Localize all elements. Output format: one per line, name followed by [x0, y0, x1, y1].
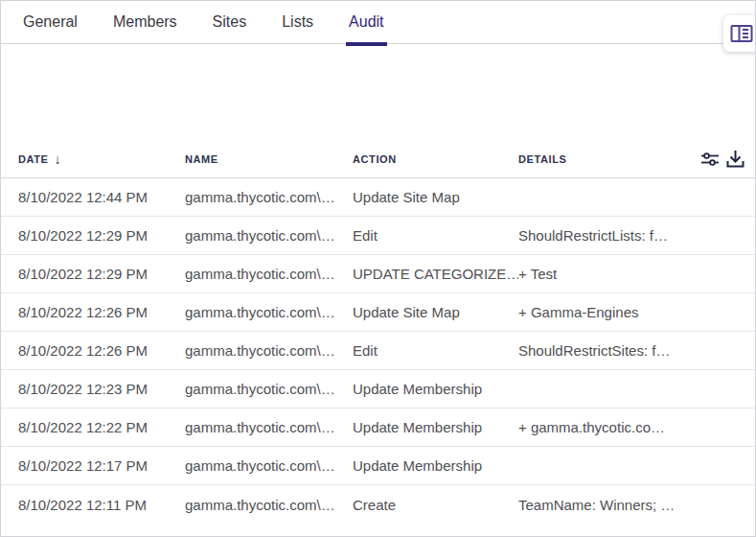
audit-panel: General Members Sites Lists Audit DATE ↓…	[0, 0, 756, 537]
sort-desc-icon[interactable]: ↓	[55, 152, 62, 167]
column-header-date[interactable]: DATE ↓	[18, 152, 185, 167]
table-toolbar	[700, 149, 745, 170]
cell-details: ShouldRestrictLists: f…	[518, 227, 700, 244]
column-header-date-label: DATE	[18, 153, 49, 165]
cell-date: 8/10/2022 12:26 PM	[18, 304, 185, 320]
cell-name: gamma.thycotic.com\…	[185, 419, 353, 435]
tab-members[interactable]: Members	[113, 1, 177, 44]
cell-date: 8/10/2022 12:22 PM	[18, 419, 185, 435]
cell-date: 8/10/2022 12:23 PM	[18, 381, 185, 397]
cell-action: Edit	[353, 342, 518, 359]
cell-action: UPDATE CATEGORIZE…	[353, 266, 518, 282]
cell-details: + Test	[518, 266, 700, 282]
cell-date: 8/10/2022 12:29 PM	[18, 266, 185, 282]
tab-sites[interactable]: Sites	[213, 1, 247, 44]
side-panel-toggle-button[interactable]	[723, 15, 756, 52]
cell-details: ShouldRestrictSites: f…	[518, 342, 700, 359]
tab-bar: General Members Sites Lists Audit	[1, 1, 755, 44]
cell-action: Create	[353, 497, 518, 513]
download-button[interactable]	[725, 149, 745, 170]
table-row: 8/10/2022 12:29 PM gamma.thycotic.com\… …	[1, 217, 755, 255]
table-row: 8/10/2022 12:44 PM gamma.thycotic.com\… …	[1, 178, 755, 217]
cell-date: 8/10/2022 12:17 PM	[18, 457, 185, 474]
filter-button[interactable]	[700, 150, 720, 169]
cell-name: gamma.thycotic.com\…	[185, 497, 353, 513]
cell-date: 8/10/2022 12:26 PM	[18, 342, 185, 359]
cell-date: 8/10/2022 12:44 PM	[18, 189, 185, 205]
table-row: 8/10/2022 12:29 PM gamma.thycotic.com\… …	[1, 255, 755, 293]
cell-name: gamma.thycotic.com\…	[185, 304, 353, 320]
cell-action: Update Membership	[353, 457, 518, 474]
cell-date: 8/10/2022 12:11 PM	[18, 497, 185, 513]
table-header-row: DATE ↓ NAME ACTION DETAILS	[1, 140, 755, 178]
cell-name: gamma.thycotic.com\…	[185, 227, 353, 244]
table-row: 8/10/2022 12:23 PM gamma.thycotic.com\… …	[1, 370, 755, 409]
cell-action: Update Membership	[353, 419, 518, 435]
tab-lists[interactable]: Lists	[282, 1, 313, 44]
column-header-name[interactable]: NAME	[185, 153, 353, 165]
cell-date: 8/10/2022 12:29 PM	[18, 227, 185, 244]
cell-name: gamma.thycotic.com\…	[185, 189, 353, 205]
column-header-action-label: ACTION	[353, 153, 397, 165]
cell-name: gamma.thycotic.com\…	[185, 381, 353, 397]
column-header-action[interactable]: ACTION	[353, 153, 518, 165]
table-row: 8/10/2022 12:26 PM gamma.thycotic.com\… …	[1, 332, 755, 370]
cell-name: gamma.thycotic.com\…	[185, 457, 353, 474]
filter-icon	[700, 150, 720, 169]
column-header-details-label: DETAILS	[518, 153, 566, 165]
column-header-name-label: NAME	[185, 153, 218, 165]
cell-action: Update Site Map	[353, 304, 518, 320]
tab-audit[interactable]: Audit	[349, 1, 383, 44]
cell-action: Update Membership	[353, 381, 518, 397]
cell-action: Update Site Map	[353, 189, 518, 205]
table-row: 8/10/2022 12:11 PM gamma.thycotic.com\… …	[1, 485, 755, 524]
table-row: 8/10/2022 12:26 PM gamma.thycotic.com\… …	[1, 293, 755, 332]
cell-details: TeamName: Winners; …	[518, 497, 700, 513]
column-header-details[interactable]: DETAILS	[518, 153, 700, 165]
table-row: 8/10/2022 12:22 PM gamma.thycotic.com\… …	[1, 409, 755, 447]
table-row: 8/10/2022 12:17 PM gamma.thycotic.com\… …	[1, 447, 755, 485]
cell-action: Edit	[353, 227, 518, 244]
tab-general[interactable]: General	[23, 1, 78, 44]
table-body: 8/10/2022 12:44 PM gamma.thycotic.com\… …	[1, 178, 755, 524]
cell-details: + Gamma-Engines	[518, 304, 700, 320]
side-panel-icon	[730, 24, 753, 43]
cell-name: gamma.thycotic.com\…	[185, 266, 353, 282]
download-icon	[725, 149, 745, 170]
audit-table: DATE ↓ NAME ACTION DETAILS	[1, 44, 755, 524]
cell-details: + gamma.thycotic.co…	[518, 419, 700, 435]
cell-name: gamma.thycotic.com\…	[185, 342, 353, 359]
